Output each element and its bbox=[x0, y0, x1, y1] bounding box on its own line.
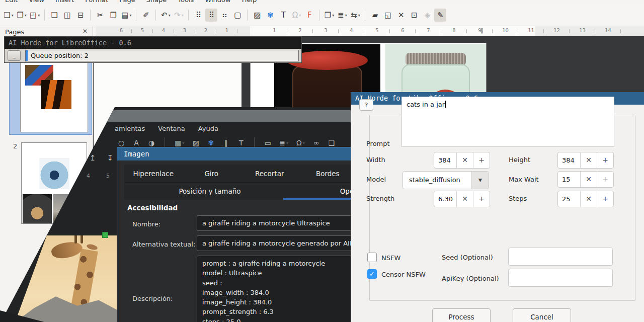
menubar-item[interactable]: Edit bbox=[5, 0, 18, 4]
decrement-button[interactable]: ✕ bbox=[456, 191, 473, 207]
indent-down-icon[interactable]: ↧ bbox=[107, 153, 114, 163]
crop-icon[interactable]: ◱ bbox=[382, 9, 394, 22]
draw-pen-icon[interactable]: ✎ bbox=[434, 9, 446, 22]
columns-icon[interactable]: ∥ bbox=[221, 137, 230, 148]
dropdown-arrow-icon[interactable]: ▾ bbox=[299, 13, 301, 18]
steps-value[interactable]: 25 bbox=[558, 191, 580, 207]
tab-posicion-y-tamano[interactable]: Posición y tamaño bbox=[139, 183, 280, 200]
menubar-item[interactable]: Format bbox=[85, 0, 108, 4]
imagen-dialog-titlebar[interactable]: Imagen bbox=[117, 147, 364, 160]
menubar-item[interactable]: Help bbox=[242, 0, 257, 4]
edit-points-icon[interactable]: ⊡ bbox=[408, 9, 420, 22]
hyperlink-icon[interactable]: ∞ bbox=[312, 137, 321, 148]
print-preview-icon[interactable]: ◫ bbox=[61, 9, 73, 22]
name-field[interactable]: a giraffe riding a motorcycle Ultraspice bbox=[197, 215, 363, 231]
copy-icon[interactable]: ❒ bbox=[107, 9, 119, 22]
selection-handle[interactable] bbox=[102, 232, 108, 238]
tab[interactable]: Giro bbox=[183, 165, 241, 182]
dropdown-arrow-icon[interactable]: ▾ bbox=[286, 141, 288, 145]
model-dropdown[interactable]: stable_diffusion ▼ bbox=[403, 171, 489, 189]
decrement-button[interactable]: ✕ bbox=[580, 172, 597, 187]
dropdown-arrow-icon[interactable]: ▾ bbox=[38, 13, 40, 18]
open-folder-icon[interactable]: ❐▾ bbox=[16, 9, 28, 22]
3d-objects-icon[interactable]: ◈ bbox=[421, 9, 433, 22]
process-button[interactable]: Process bbox=[432, 308, 491, 322]
lines-icon[interactable]: ≣▾ bbox=[278, 137, 289, 148]
arrange-icon[interactable]: ❒▾ bbox=[323, 9, 335, 22]
width-value[interactable]: 384 bbox=[434, 152, 456, 168]
horde-progress-titlebar[interactable]: AI Horde for LibreOffice - 0.6 bbox=[5, 37, 301, 49]
menubar-item[interactable]: Tools bbox=[178, 0, 194, 4]
tab[interactable]: Recortar bbox=[240, 165, 299, 182]
help-button[interactable]: ? bbox=[359, 99, 373, 111]
cancel-button[interactable]: Cancel bbox=[513, 308, 571, 322]
align-objects-icon[interactable]: ≣▾ bbox=[336, 9, 348, 22]
menubar-item[interactable]: Shape bbox=[146, 0, 167, 4]
print-icon[interactable]: ⊟ bbox=[74, 9, 87, 22]
paste-icon[interactable]: ▤▾ bbox=[120, 9, 132, 22]
decrement-button[interactable]: ✕ bbox=[456, 152, 473, 168]
increment-button[interactable]: + bbox=[597, 191, 613, 207]
clone-formatting-icon[interactable]: ✐ bbox=[140, 9, 152, 22]
decrement-button[interactable]: ✕ bbox=[580, 191, 597, 207]
menu-item[interactable]: Ayuda bbox=[198, 125, 218, 132]
dropdown-arrow-icon[interactable]: ▾ bbox=[129, 13, 131, 18]
dropdown-arrow-icon[interactable]: ▾ bbox=[182, 141, 184, 145]
textbox-icon[interactable]: T bbox=[236, 137, 246, 148]
close-icon[interactable]: ✕ bbox=[83, 28, 88, 35]
aihorde-icon[interactable]: ✾ bbox=[206, 137, 215, 148]
dropdown-arrow-icon[interactable]: ▾ bbox=[25, 13, 27, 18]
frame-icon[interactable]: ▭ bbox=[263, 137, 272, 148]
helplines-icon[interactable]: ⠶ bbox=[218, 9, 230, 22]
increment-button[interactable]: + bbox=[473, 152, 490, 168]
indent-up-icon[interactable]: ↥ bbox=[90, 153, 96, 163]
image-filter-icon[interactable]: ✕ bbox=[395, 9, 407, 22]
tab[interactable]: Hiperenlace bbox=[124, 165, 183, 182]
undo-icon[interactable]: ↶▾ bbox=[159, 9, 172, 22]
save-icon[interactable]: ◰▾ bbox=[29, 9, 41, 22]
omega-icon[interactable]: Ω▾ bbox=[295, 137, 306, 148]
comment-icon[interactable]: ❑ bbox=[327, 137, 336, 148]
ellipse-icon[interactable]: ○ bbox=[117, 137, 126, 148]
menu-item[interactable]: amientas bbox=[115, 125, 145, 132]
dropdown-arrow-icon[interactable]: ▾ bbox=[332, 13, 334, 18]
prompt-textarea[interactable]: cats in a jar bbox=[401, 97, 614, 147]
apikey-input[interactable] bbox=[508, 269, 613, 287]
image-icon[interactable]: ▨ bbox=[191, 137, 200, 148]
strength-value[interactable]: 6.30 bbox=[434, 191, 456, 207]
cut-icon[interactable]: ✂ bbox=[94, 9, 106, 22]
distribute-icon[interactable]: ⇆▾ bbox=[349, 9, 361, 22]
tab[interactable]: Bordes bbox=[299, 165, 357, 182]
menubar-item[interactable]: View bbox=[29, 0, 44, 4]
dropdown-arrow-icon[interactable]: ▾ bbox=[345, 13, 347, 18]
alt-text-field[interactable]: a giraffe riding a motorcycle generado p… bbox=[197, 235, 363, 251]
new-document-icon[interactable]: ❏▾ bbox=[3, 9, 15, 22]
censor-nsfw-checkbox[interactable]: ✓ bbox=[367, 269, 377, 279]
fontwork-icon[interactable]: F bbox=[303, 9, 315, 22]
chevron-down-icon[interactable]: ▼ bbox=[471, 172, 489, 189]
menubar-item[interactable]: Insert bbox=[55, 0, 74, 4]
max-wait-value[interactable]: 15 bbox=[558, 172, 580, 187]
increment-button[interactable]: + bbox=[473, 191, 490, 207]
export-pdf-icon[interactable]: ❑ bbox=[48, 9, 60, 22]
menubar-item[interactable]: Window bbox=[205, 0, 230, 4]
increment-button[interactable]: + bbox=[597, 152, 613, 168]
description-field[interactable]: prompt : a giraffe riding a motorcyclemo… bbox=[197, 256, 365, 322]
seed-input[interactable] bbox=[508, 248, 613, 266]
display-grid-icon[interactable]: ⠿ bbox=[192, 9, 204, 22]
fill-icon[interactable]: ◑ bbox=[147, 137, 156, 148]
special-character-icon[interactable]: Ω▾ bbox=[290, 9, 302, 22]
dropdown-arrow-icon[interactable]: ▾ bbox=[169, 13, 171, 18]
snap-to-grid-icon[interactable]: ⠿ bbox=[205, 9, 217, 22]
character-icon[interactable]: A bbox=[132, 137, 141, 148]
dropdown-arrow-icon[interactable]: ▾ bbox=[182, 13, 184, 18]
table-icon[interactable]: ▦▾ bbox=[174, 137, 185, 148]
decrement-button[interactable]: ✕ bbox=[580, 152, 597, 168]
insert-image-icon[interactable]: ▨ bbox=[251, 9, 263, 22]
shadow-icon[interactable]: ▰ bbox=[369, 9, 381, 22]
select-frame-icon[interactable]: ▢ bbox=[231, 9, 244, 22]
height-value[interactable]: 384 bbox=[558, 152, 580, 168]
menubar-item[interactable]: Page bbox=[119, 0, 135, 4]
dropdown-arrow-icon[interactable]: ▾ bbox=[303, 141, 305, 145]
minimize-button[interactable]: _ bbox=[8, 50, 21, 61]
